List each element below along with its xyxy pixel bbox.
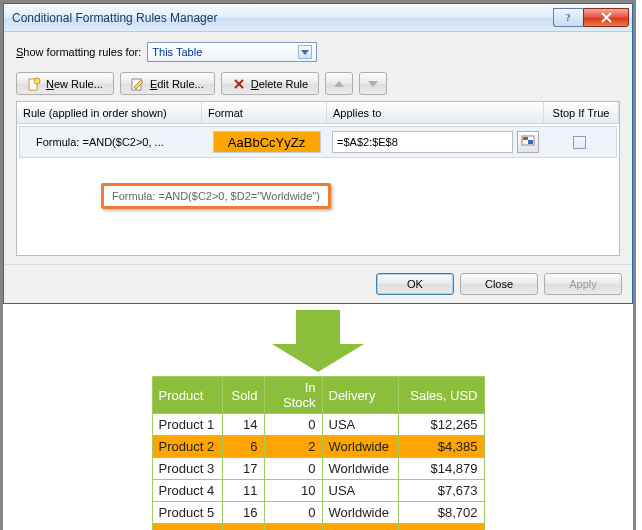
th-sales: Sales, USD — [398, 377, 484, 414]
ok-button[interactable]: OK — [376, 273, 454, 295]
help-button[interactable]: ? — [553, 8, 583, 27]
header-format: Format — [202, 102, 327, 123]
dialog-window: Conditional Formatting Rules Manager ? S… — [3, 3, 633, 304]
cell-stock: 10 — [264, 480, 322, 502]
cell-sales: $12,265 — [398, 414, 484, 436]
cell-product: Product 3 — [152, 458, 222, 480]
th-product: Product — [152, 377, 222, 414]
close-icon — [601, 12, 612, 23]
rule-formula-text: Formula: =AND($C2>0, ... — [20, 136, 205, 148]
close-window-button[interactable] — [583, 8, 629, 27]
header-rule: Rule (applied in order shown) — [17, 102, 202, 123]
formula-tooltip: Formula: =AND($C2>0, $D2="Worldwide") — [101, 183, 331, 209]
move-up-button[interactable] — [325, 72, 353, 95]
cell-stock: 0 — [264, 502, 322, 524]
th-stock: In Stock — [264, 377, 322, 414]
applies-to-input[interactable] — [332, 131, 513, 153]
move-down-button[interactable] — [359, 72, 387, 95]
table-row: Product 5160Worldwide$8,702 — [152, 502, 484, 524]
triangle-up-icon — [334, 81, 344, 87]
cell-delivery: USA — [322, 480, 398, 502]
header-stop: Stop If True — [544, 102, 619, 123]
cell-sold: 16 — [222, 502, 264, 524]
th-delivery: Delivery — [322, 377, 398, 414]
cell-sales: $14,879 — [398, 458, 484, 480]
cell-delivery: Worldwide — [322, 436, 398, 458]
cell-stock: 0 — [264, 414, 322, 436]
cell-stock: 0 — [264, 458, 322, 480]
svg-text:?: ? — [565, 12, 570, 23]
help-icon: ? — [562, 10, 576, 24]
window-title: Conditional Formatting Rules Manager — [12, 11, 217, 25]
delete-rule-icon — [232, 77, 246, 91]
delete-rule-button[interactable]: Delete Rule — [221, 72, 320, 95]
cell-sales: $4,385 — [398, 436, 484, 458]
cell-sold: 14 — [222, 414, 264, 436]
cell-delivery: USA — [322, 414, 398, 436]
chevron-down-icon — [298, 45, 312, 59]
cell-sold: 7 — [222, 524, 264, 531]
cell-sold: 11 — [222, 480, 264, 502]
edit-rule-button[interactable]: Edit Rule... — [120, 72, 215, 95]
th-sold: Sold — [222, 377, 264, 414]
stop-if-true-checkbox[interactable] — [573, 136, 586, 149]
table-row: Product 6719Worldwide$2,041 — [152, 524, 484, 531]
svg-rect-6 — [528, 140, 533, 144]
cell-product: Product 5 — [152, 502, 222, 524]
cell-product: Product 1 — [152, 414, 222, 436]
cell-stock: 2 — [264, 436, 322, 458]
triangle-down-icon — [368, 81, 378, 87]
svg-point-2 — [34, 78, 40, 84]
rule-row[interactable]: Formula: =AND($C2>0, ... AaBbCcYyZz — [19, 126, 617, 158]
header-applies: Applies to — [327, 102, 544, 123]
edit-rule-icon — [131, 77, 145, 91]
result-table: Product Sold In Stock Delivery Sales, US… — [152, 376, 485, 530]
cell-delivery: Worldwide — [322, 524, 398, 531]
scope-label: Show formatting rules for: — [16, 46, 141, 58]
rules-list: Rule (applied in order shown) Format App… — [16, 101, 620, 256]
cell-product: Product 6 — [152, 524, 222, 531]
close-button[interactable]: Close — [460, 273, 538, 295]
cell-sales: $7,673 — [398, 480, 484, 502]
format-sample: AaBbCcYyZz — [213, 131, 321, 153]
arrow-graphic — [3, 304, 633, 372]
scope-value: This Table — [152, 46, 202, 58]
cell-sales: $2,041 — [398, 524, 484, 531]
titlebar: Conditional Formatting Rules Manager ? — [4, 4, 632, 32]
table-row: Product 3170Worldwide$14,879 — [152, 458, 484, 480]
table-row: Product 262Worldwide$4,385 — [152, 436, 484, 458]
cell-sold: 17 — [222, 458, 264, 480]
scope-select[interactable]: This Table — [147, 42, 317, 62]
cell-product: Product 4 — [152, 480, 222, 502]
cell-product: Product 2 — [152, 436, 222, 458]
apply-button[interactable]: Apply — [544, 273, 622, 295]
table-row: Product 41110USA$7,673 — [152, 480, 484, 502]
cell-delivery: Worldwide — [322, 502, 398, 524]
svg-rect-5 — [523, 137, 528, 140]
range-selector-icon — [521, 135, 535, 149]
new-rule-icon — [27, 77, 41, 91]
cell-stock: 19 — [264, 524, 322, 531]
range-selector-button[interactable] — [517, 131, 539, 153]
table-row: Product 1140USA$12,265 — [152, 414, 484, 436]
cell-delivery: Worldwide — [322, 458, 398, 480]
cell-sold: 6 — [222, 436, 264, 458]
cell-sales: $8,702 — [398, 502, 484, 524]
new-rule-button[interactable]: New Rule... — [16, 72, 114, 95]
